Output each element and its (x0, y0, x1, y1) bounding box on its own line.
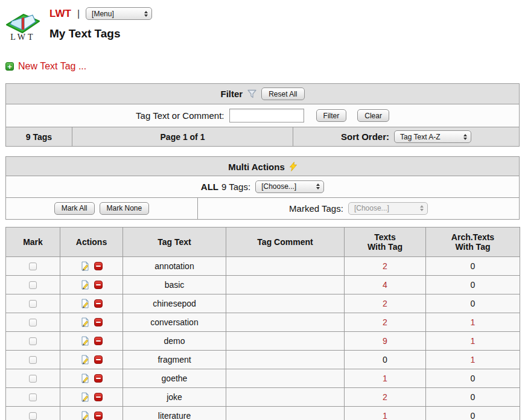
actions-cell (60, 275, 123, 294)
select-arrows-icon (316, 183, 320, 189)
sort-order-label: Sort Order: (341, 132, 389, 142)
app-title-link[interactable]: LWT (49, 8, 71, 20)
mark-cell (6, 387, 60, 406)
new-text-tag-link[interactable]: New Text Tag ... (18, 61, 86, 72)
marked-tags-action-value: [Choose...] (354, 204, 389, 212)
tag-text-cell: annotation (123, 256, 226, 275)
actions-cell (60, 387, 123, 406)
delete-icon[interactable] (94, 393, 103, 401)
tag-text-cell: demo (123, 331, 226, 350)
arch-texts-with-tag-count: 0 (426, 294, 520, 313)
edit-icon[interactable] (80, 374, 90, 383)
edit-icon[interactable] (80, 355, 90, 364)
actions-cell (60, 313, 123, 331)
tag-comment-cell (226, 294, 345, 313)
sort-order-cell: Sort Order: Tag Text A-Z (293, 127, 520, 147)
filter-title: Filter (220, 89, 243, 99)
col-header-texts-with-tag: Texts With Tag (345, 227, 426, 256)
mark-checkbox[interactable] (29, 262, 37, 270)
arch-texts-with-tag-count: 0 (426, 406, 520, 420)
texts-with-tag-count[interactable]: 9 (345, 331, 426, 350)
all-tags-action-row: ALL 9 Tags: [Choose...] (6, 176, 520, 197)
tag-comment-cell (226, 350, 345, 369)
mark-checkbox[interactable] (29, 412, 37, 420)
texts-with-tag-count[interactable]: 2 (345, 313, 426, 331)
delete-icon[interactable] (94, 374, 103, 383)
tag-comment-cell (226, 406, 345, 420)
texts-with-tag-count[interactable]: 1 (345, 369, 426, 387)
delete-icon[interactable] (94, 337, 103, 345)
actions-cell (60, 350, 123, 369)
page-header: LWT LWT | [Menu] My Text Tags (5, 5, 520, 43)
arch-texts-with-tag-count[interactable]: 1 (426, 313, 520, 331)
select-arrows-icon (420, 205, 424, 211)
reset-all-button[interactable]: Reset All (261, 88, 304, 100)
col-header-actions: Actions (60, 227, 123, 256)
texts-with-tag-count[interactable]: 2 (345, 387, 426, 406)
marked-tags-action-cell: Marked Tags: [Choose...] (198, 197, 520, 219)
mark-cell (6, 369, 60, 387)
mark-none-button[interactable]: Mark None (100, 202, 150, 215)
marked-tags-label: Marked Tags: (289, 203, 343, 214)
svg-text:LWT: LWT (10, 33, 35, 41)
delete-icon[interactable] (94, 299, 103, 308)
table-row: fragment 0 1 (6, 350, 520, 369)
delete-icon[interactable] (94, 262, 103, 270)
mark-checkbox[interactable] (29, 300, 37, 308)
edit-icon[interactable] (80, 392, 90, 402)
tag-filter-input[interactable] (229, 109, 304, 122)
col-header-arch-texts-with-tag: Arch.Texts With Tag (426, 227, 520, 256)
mark-checkbox[interactable] (29, 281, 37, 289)
menu-select-value: [Menu] (92, 10, 114, 18)
mark-checkbox[interactable] (29, 375, 37, 383)
texts-with-tag-count[interactable]: 2 (345, 294, 426, 313)
edit-icon[interactable] (80, 299, 90, 308)
edit-icon[interactable] (80, 336, 90, 346)
texts-with-tag-count[interactable]: 1 (345, 406, 426, 420)
sort-order-select[interactable]: Tag Text A-Z (394, 130, 471, 143)
mark-cell (6, 406, 60, 420)
delete-icon[interactable] (94, 412, 103, 420)
texts-with-tag-count[interactable]: 2 (345, 256, 426, 275)
actions-cell (60, 256, 123, 275)
actions-cell (60, 369, 123, 387)
mark-all-button[interactable]: Mark All (54, 202, 95, 215)
tag-text-cell: conversation (123, 313, 226, 331)
edit-icon[interactable] (80, 280, 90, 290)
col-header-mark: Mark (6, 227, 60, 256)
delete-icon[interactable] (94, 355, 103, 364)
mark-cell (6, 350, 60, 369)
mark-checkbox[interactable] (29, 337, 37, 345)
sort-order-value: Tag Text A-Z (400, 133, 440, 141)
edit-icon[interactable] (80, 261, 90, 271)
col-header-tag-comment: Tag Comment (226, 227, 345, 256)
filter-button[interactable]: Filter (316, 109, 347, 122)
arch-texts-with-tag-count: 0 (426, 256, 520, 275)
mark-checkbox[interactable] (29, 319, 37, 326)
menu-select[interactable]: [Menu] (86, 7, 152, 20)
table-row: demo 9 1 (6, 331, 520, 350)
table-row: conversation 2 1 (6, 313, 520, 331)
actions-cell (60, 406, 123, 420)
new-text-tag-row: New Text Tag ... (5, 61, 520, 72)
filter-input-row: Tag Text or Comment: Filter Clear (6, 104, 520, 127)
tags-count: 9 Tags (6, 127, 72, 147)
all-tags-action-select[interactable]: [Choose...] (255, 180, 324, 193)
clear-button[interactable]: Clear (357, 109, 389, 122)
edit-icon[interactable] (80, 317, 90, 327)
edit-icon[interactable] (80, 411, 90, 420)
delete-icon[interactable] (94, 281, 103, 289)
mark-checkbox[interactable] (29, 356, 37, 364)
tag-text-cell: goethe (123, 369, 226, 387)
delete-icon[interactable] (94, 318, 103, 326)
mark-buttons-cell: Mark All Mark None (6, 197, 198, 219)
texts-with-tag-count[interactable]: 4 (345, 275, 426, 294)
arch-texts-with-tag-count[interactable]: 1 (426, 350, 520, 369)
filter-panel: Filter Reset All Tag Text or Comment: Fi… (5, 83, 520, 147)
marked-tags-action-select[interactable]: [Choose...] (348, 202, 428, 215)
table-row: goethe 1 0 (6, 369, 520, 387)
arch-texts-with-tag-count[interactable]: 1 (426, 331, 520, 350)
multi-actions-title: Multi Actions (228, 162, 285, 172)
mark-checkbox[interactable] (29, 393, 37, 401)
arch-texts-with-tag-count: 0 (426, 275, 520, 294)
